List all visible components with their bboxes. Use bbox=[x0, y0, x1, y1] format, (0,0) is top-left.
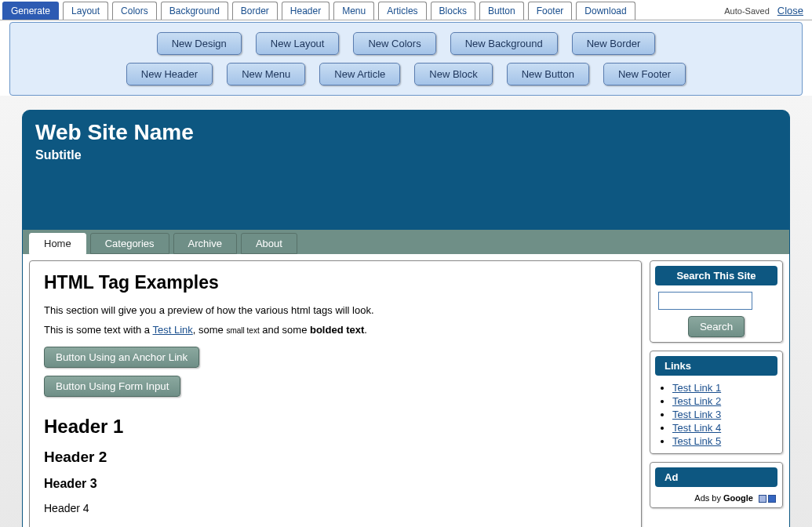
nav-bar: HomeCategoriesArchiveAbout bbox=[23, 230, 789, 254]
site-preview: Web Site Name Subtitle HomeCategoriesArc… bbox=[22, 110, 790, 527]
main-column: HTML Tag Examples This section will give… bbox=[29, 260, 642, 527]
list-item: Test Link 5 bbox=[672, 435, 777, 447]
new-block-button[interactable]: New Block bbox=[414, 63, 492, 85]
new-border-button[interactable]: New Border bbox=[572, 32, 656, 55]
search-box: Search This Site Search bbox=[650, 260, 783, 343]
article-para-1: This section will give you a preview of … bbox=[44, 304, 627, 316]
top-tab-header[interactable]: Header bbox=[282, 2, 330, 20]
list-item: Test Link 2 bbox=[672, 395, 777, 407]
top-tab-download[interactable]: Download bbox=[576, 2, 635, 20]
bold-text: bolded text bbox=[310, 324, 364, 336]
header-2: Header 2 bbox=[44, 449, 627, 466]
anchor-link-button[interactable]: Button Using an Anchor Link bbox=[44, 347, 199, 368]
search-title: Search This Site bbox=[655, 266, 777, 285]
list-item: Test Link 1 bbox=[672, 382, 777, 394]
nav-tab-home[interactable]: Home bbox=[29, 233, 86, 254]
sidebar-link-2[interactable]: Test Link 2 bbox=[672, 395, 721, 407]
top-tab-articles[interactable]: Articles bbox=[378, 2, 426, 20]
new-header-button[interactable]: New Header bbox=[126, 63, 213, 85]
ad-title: Ad bbox=[655, 467, 777, 487]
new-footer-button[interactable]: New Footer bbox=[603, 63, 686, 85]
test-link[interactable]: Test Link bbox=[152, 324, 192, 336]
sidebar-link-4[interactable]: Test Link 4 bbox=[672, 422, 721, 434]
top-tab-background[interactable]: Background bbox=[161, 2, 228, 20]
article-para-2: This is some text with a Test Link, some… bbox=[44, 324, 627, 336]
site-header: Web Site Name Subtitle bbox=[23, 111, 789, 230]
list-item: Test Link 3 bbox=[672, 409, 777, 420]
search-button[interactable]: Search bbox=[688, 316, 745, 337]
sidebar: Search This Site Search Links Test Link … bbox=[650, 260, 783, 527]
ad-next-icon[interactable] bbox=[768, 495, 776, 503]
new-background-button[interactable]: New Background bbox=[450, 32, 558, 55]
top-tab-colors[interactable]: Colors bbox=[112, 2, 157, 20]
nav-tab-archive[interactable]: Archive bbox=[173, 233, 237, 254]
content-area: HTML Tag Examples This section will give… bbox=[23, 254, 789, 527]
new-design-button[interactable]: New Design bbox=[157, 32, 242, 55]
header-1: Header 1 bbox=[44, 416, 627, 438]
preview-area: Web Site Name Subtitle HomeCategoriesArc… bbox=[0, 96, 812, 527]
sidebar-link-1[interactable]: Test Link 1 bbox=[672, 382, 721, 394]
nav-tab-categories[interactable]: Categories bbox=[90, 233, 169, 254]
auto-saved-label: Auto-Saved bbox=[724, 6, 769, 16]
ad-box: Ad Ads by Google bbox=[650, 462, 783, 508]
new-article-button[interactable]: New Article bbox=[319, 63, 400, 85]
links-title: Links bbox=[655, 356, 777, 376]
top-tab-layout[interactable]: Layout bbox=[63, 2, 108, 20]
small-text: small text bbox=[226, 326, 259, 335]
sidebar-link-5[interactable]: Test Link 5 bbox=[672, 435, 721, 447]
site-subtitle: Subtitle bbox=[35, 148, 777, 162]
top-tab-footer[interactable]: Footer bbox=[528, 2, 573, 20]
new-button-button[interactable]: New Button bbox=[507, 63, 589, 85]
header-4: Header 4 bbox=[44, 502, 627, 514]
new-colors-button[interactable]: New Colors bbox=[353, 32, 435, 55]
list-item: Test Link 4 bbox=[672, 422, 777, 434]
top-tab-blocks[interactable]: Blocks bbox=[431, 2, 475, 20]
top-tab-generate[interactable]: Generate bbox=[2, 2, 59, 20]
top-tab-border[interactable]: Border bbox=[232, 2, 278, 20]
sidebar-link-3[interactable]: Test Link 3 bbox=[672, 409, 721, 420]
close-link[interactable]: Close bbox=[777, 5, 803, 16]
new-menu-button[interactable]: New Menu bbox=[227, 63, 305, 85]
header-3: Header 3 bbox=[44, 477, 627, 491]
new-layout-button[interactable]: New Layout bbox=[256, 32, 340, 55]
links-box: Links Test Link 1Test Link 2Test Link 3T… bbox=[650, 351, 783, 454]
top-tab-button[interactable]: Button bbox=[479, 2, 524, 20]
form-input-button[interactable]: Button Using Form Input bbox=[44, 376, 180, 397]
ads-by-label: Ads by Google bbox=[655, 493, 777, 503]
generate-panel: New DesignNew LayoutNew ColorsNew Backgr… bbox=[9, 22, 803, 96]
top-tab-menu[interactable]: Menu bbox=[333, 2, 374, 20]
search-input[interactable] bbox=[658, 292, 752, 310]
top-tab-bar: GenerateLayoutColorsBackgroundBorderHead… bbox=[0, 0, 812, 20]
nav-tab-about[interactable]: About bbox=[241, 233, 297, 254]
ad-prev-icon[interactable] bbox=[759, 495, 766, 503]
site-title: Web Site Name bbox=[35, 120, 777, 145]
article-title: HTML Tag Examples bbox=[44, 272, 627, 293]
